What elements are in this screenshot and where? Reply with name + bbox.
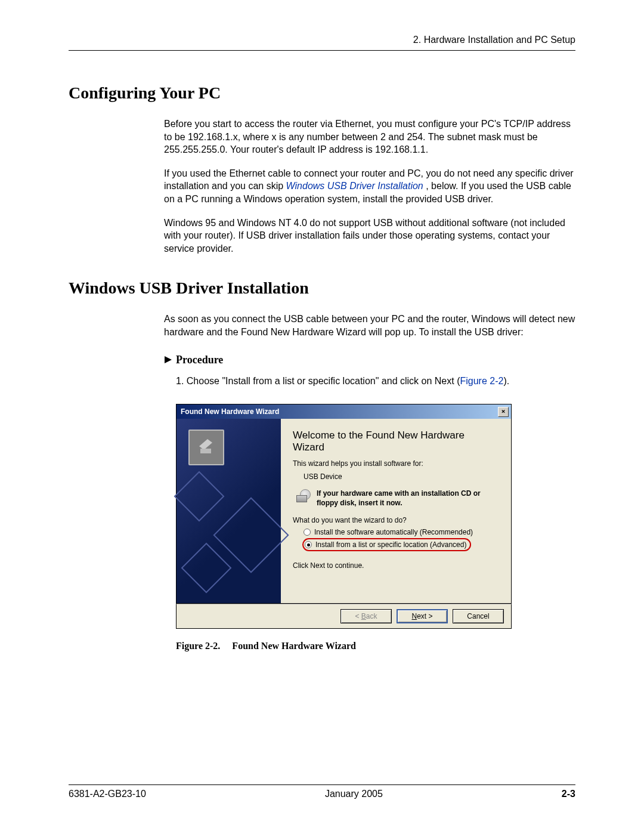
section-heading-usb: Windows USB Driver Installation (69, 279, 575, 298)
page-header: 2. Hardware Installation and PC Setup (69, 35, 575, 51)
cancel-button[interactable]: Cancel (453, 609, 504, 623)
wizard-prompt: What do you want the wizard to do? (293, 516, 498, 524)
wizard-helps-text: This wizard helps you install software f… (293, 459, 498, 468)
figure-reference-link[interactable]: Figure 2-2 (460, 376, 503, 386)
figure-caption: Figure 2-2. Found New Hardware Wizard (176, 641, 575, 651)
footer-page-number: 2-3 (562, 789, 575, 799)
wizard-option-auto[interactable]: Install the software automatically (Reco… (304, 528, 498, 536)
body-paragraph: If you used the Ethernet cable to connec… (164, 167, 575, 206)
back-button: < Back (340, 609, 392, 623)
footer-date: January 2005 (325, 789, 383, 799)
procedure-step-1: 1. Choose "Install from a list or specif… (176, 375, 575, 388)
procedure-heading-row: Procedure (164, 354, 575, 366)
wizard-device-name: USB Device (304, 472, 498, 481)
wizard-cd-text: If your hardware came with an installati… (317, 489, 498, 508)
footer-doc-id: 6381-A2-GB23-10 (69, 789, 146, 799)
triangle-icon (164, 356, 172, 364)
wizard-cd-row: If your hardware came with an installati… (296, 489, 498, 508)
wizard-click-next: Click Next to continue. (293, 561, 498, 570)
page-footer: 6381-A2-GB23-10 January 2005 2-3 (69, 784, 575, 799)
radio-icon (305, 541, 312, 548)
radio-label: Install from a list or specific location… (315, 540, 466, 549)
svg-rect-2 (200, 449, 211, 453)
body-paragraph: Before you start to access the router vi… (164, 118, 575, 156)
cross-reference-link[interactable]: Windows USB Driver Installation (286, 181, 423, 191)
wizard-option-specific[interactable]: Install from a list or specific location… (302, 538, 498, 551)
radio-label: Install the software automatically (Reco… (314, 528, 473, 536)
svg-marker-0 (165, 356, 172, 363)
wizard-titlebar: Found New Hardware Wizard × (176, 404, 512, 419)
chapter-label: 2. Hardware Installation and PC Setup (413, 35, 575, 45)
section-heading-configuring: Configuring Your PC (69, 84, 575, 103)
cd-floppy-icon (296, 489, 312, 502)
wizard-body: Welcome to the Found New Hardware Wizard… (176, 419, 512, 604)
option-highlight-box: Install from a list or specific location… (302, 538, 471, 551)
wizard-screenshot: Found New Hardware Wizard × Welcome to t… (176, 404, 512, 629)
figure-number: Figure 2-2. (176, 641, 220, 651)
step-text-end: ). (503, 376, 509, 386)
wizard-title-text: Found New Hardware Wizard (181, 407, 279, 416)
wizard-heading: Welcome to the Found New Hardware Wizard (293, 430, 498, 453)
close-icon[interactable]: × (498, 407, 509, 417)
figure-title: Found New Hardware Wizard (232, 641, 356, 651)
wizard-sidebar (177, 419, 281, 603)
step-text: Choose "Install from a list or specific … (187, 376, 460, 386)
next-button[interactable]: Next > (397, 609, 448, 623)
procedure-heading: Procedure (176, 354, 223, 366)
svg-marker-1 (199, 439, 212, 450)
wizard-button-row: < Back Next > Cancel (176, 604, 512, 629)
body-paragraph: As soon as you connect the USB cable bet… (164, 313, 575, 338)
radio-icon (304, 529, 311, 536)
step-number: 1. (176, 376, 184, 386)
wizard-sidebar-icon (188, 430, 224, 465)
body-paragraph: Windows 95 and Windows NT 4.0 do not sup… (164, 217, 575, 255)
wizard-main: Welcome to the Found New Hardware Wizard… (281, 419, 511, 603)
